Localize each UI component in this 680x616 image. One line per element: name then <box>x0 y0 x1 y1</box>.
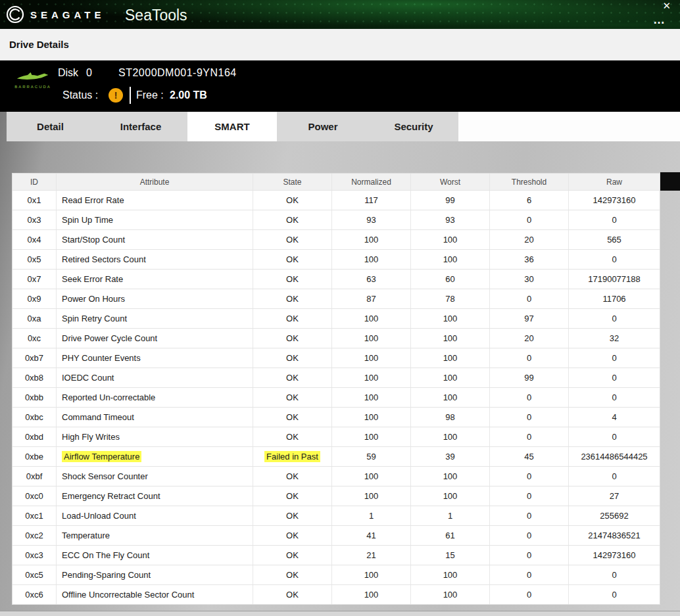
cell-id: 0xb7 <box>12 348 57 367</box>
cell-threshold: 20 <box>490 230 569 249</box>
cell-raw: 27 <box>569 486 660 506</box>
cell-raw: 0 <box>569 585 660 604</box>
cell-raw: 21474836521 <box>569 526 660 545</box>
cell-threshold: 0 <box>490 486 569 506</box>
close-icon[interactable]: ✕ <box>662 0 671 12</box>
cell-state: OK <box>253 250 332 269</box>
cell-state: OK <box>253 427 332 446</box>
cell-raw: 0 <box>569 388 660 407</box>
cell-worst: 100 <box>411 348 490 367</box>
cell-worst: 100 <box>411 329 490 348</box>
tab-detail[interactable]: Detail <box>7 112 94 141</box>
column-header-attribute: Attribute <box>57 174 253 190</box>
divider <box>130 87 131 104</box>
cell-id: 0xbb <box>12 388 57 407</box>
cell-raw: 0 <box>569 427 660 446</box>
tab-power[interactable]: Power <box>277 112 369 141</box>
seatools-window: SEAGATE SeaTools ✕ … Drive Details BARRA… <box>0 0 680 616</box>
table-row: 0x4 Start/Stop Count OK 100 100 20 565 <box>12 229 660 249</box>
tab-security[interactable]: Security <box>369 112 458 141</box>
cell-attribute: Retired Sectors Count <box>57 250 253 269</box>
column-header-threshold: Threshold <box>490 174 569 190</box>
cell-normalized: 100 <box>332 467 411 486</box>
cell-normalized: 117 <box>332 191 411 210</box>
cell-normalized: 63 <box>332 270 411 289</box>
cell-state: OK <box>253 546 332 565</box>
cell-threshold: 20 <box>490 329 569 348</box>
cell-attribute: Airflow Temperature <box>57 447 253 466</box>
cell-id: 0xbd <box>12 427 57 446</box>
tab-interface[interactable]: Interface <box>94 112 187 141</box>
cell-raw: 17190077188 <box>569 270 660 289</box>
table-row: 0xbb Reported Un-correctable OK 100 100 … <box>12 387 660 407</box>
table-row: 0xc2 Temperature OK 41 61 0 21474836521 <box>12 525 660 545</box>
cell-attribute: Power On Hours <box>57 289 253 308</box>
table-row: 0x1 Read Error Rate OK 117 99 6 14297316… <box>12 190 660 210</box>
table-row: 0xc6 Offline Uncorrectable Sector Count … <box>12 584 660 604</box>
cell-worst: 61 <box>411 526 490 545</box>
barracuda-logo: BARRACUDA <box>14 70 51 89</box>
cell-threshold: 0 <box>490 546 569 565</box>
cell-threshold: 0 <box>490 289 569 308</box>
cell-normalized: 100 <box>332 427 411 446</box>
table-row: 0xc5 Pending-Sparing Count OK 100 100 0 … <box>12 565 660 584</box>
cell-raw: 565 <box>569 230 660 249</box>
disk-number: 0 <box>86 67 92 79</box>
table-row: 0xbc Command Timeout OK 100 98 0 4 <box>12 407 660 427</box>
cell-normalized: 87 <box>332 289 411 308</box>
cell-normalized: 100 <box>332 230 411 249</box>
cell-attribute: High Fly Writes <box>57 427 253 446</box>
cell-state: OK <box>253 486 332 506</box>
table-row: 0xb7 PHY Counter Events OK 100 100 0 0 <box>12 348 660 367</box>
cell-state: OK <box>253 368 332 387</box>
tab-smart[interactable]: SMART <box>187 112 277 141</box>
cell-worst: 60 <box>411 270 490 289</box>
table-row: 0x7 Seek Error Rate OK 63 60 30 17190077… <box>12 269 660 289</box>
table-row: 0xbe Airflow Temperature Failed in Past … <box>12 446 660 466</box>
cell-worst: 100 <box>411 250 490 269</box>
cell-raw: 0 <box>569 565 660 584</box>
cell-id: 0xc6 <box>12 585 57 604</box>
cell-attribute: Drive Power Cycle Count <box>57 329 253 348</box>
table-scrollbar-thumb[interactable] <box>660 172 680 191</box>
cell-raw: 255692 <box>569 506 660 525</box>
overflow-menu-icon[interactable]: … <box>653 13 666 27</box>
page-title: Drive Details <box>9 39 69 50</box>
cell-normalized: 1 <box>332 506 411 525</box>
cell-worst: 100 <box>411 585 490 604</box>
cell-id: 0xb8 <box>12 368 57 387</box>
cell-attribute: Spin Retry Count <box>57 309 253 328</box>
table-row: 0xc Drive Power Cycle Count OK 100 100 2… <box>12 328 660 348</box>
cell-raw: 0 <box>569 368 660 387</box>
table-header-row: ID Attribute State Normalized Worst Thre… <box>12 174 660 190</box>
cell-worst: 100 <box>411 467 490 486</box>
cell-threshold: 36 <box>490 250 569 269</box>
cell-id: 0xc5 <box>12 565 57 584</box>
table-row: 0x5 Retired Sectors Count OK 100 100 36 … <box>12 249 660 269</box>
cell-worst: 100 <box>411 368 490 387</box>
column-header-worst: Worst <box>411 174 490 190</box>
cell-worst: 100 <box>411 230 490 249</box>
cell-state: Failed in Past <box>253 447 332 466</box>
cell-threshold: 30 <box>490 270 569 289</box>
cell-attribute: PHY Counter Events <box>57 348 253 367</box>
cell-state: OK <box>253 408 332 427</box>
cell-id: 0x9 <box>12 289 57 308</box>
cell-threshold: 0 <box>490 427 569 446</box>
cell-normalized: 21 <box>332 546 411 565</box>
cell-threshold: 0 <box>490 348 569 367</box>
cell-state: OK <box>253 585 332 604</box>
cell-attribute: Emergency Retract Count <box>57 486 253 506</box>
cell-state: OK <box>253 329 332 348</box>
cell-threshold: 99 <box>490 368 569 387</box>
cell-id: 0xc0 <box>12 486 57 506</box>
cell-state: OK <box>253 210 332 229</box>
cell-id: 0xc3 <box>12 546 57 565</box>
cell-id: 0xc2 <box>12 526 57 545</box>
cell-normalized: 100 <box>332 388 411 407</box>
drive-info-band: BARRACUDA Disk 0 ST2000DM001-9YN164 Stat… <box>0 60 680 112</box>
cell-worst: 100 <box>411 565 490 584</box>
cell-attribute: IOEDC Count <box>57 368 253 387</box>
cell-attribute: Start/Stop Count <box>57 230 253 249</box>
brand-wordmark: SEAGATE <box>30 9 105 20</box>
